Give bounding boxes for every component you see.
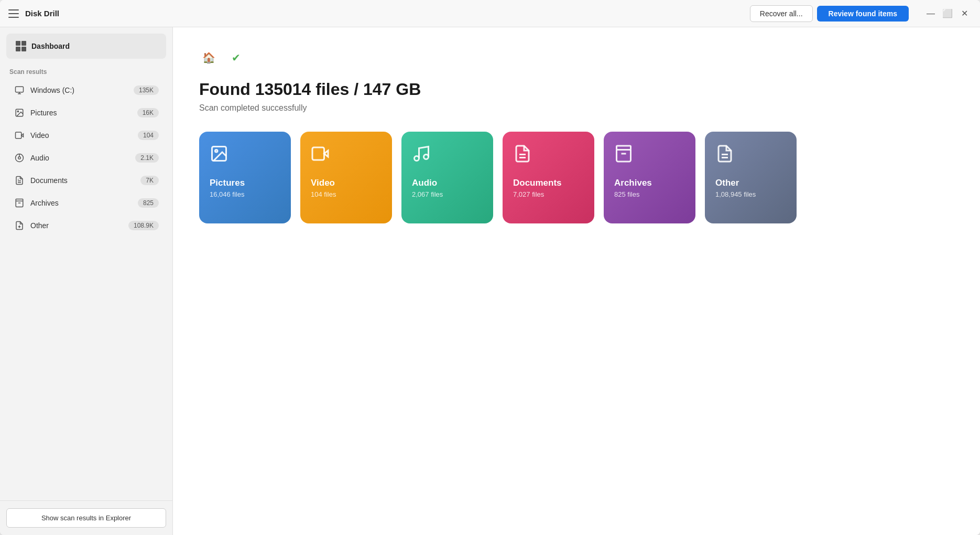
category-card-other[interactable]: Other 1,08,945 files xyxy=(705,132,797,223)
svg-point-19 xyxy=(415,156,419,161)
sidebar-item-video[interactable]: Video 104 xyxy=(4,124,168,146)
home-button[interactable]: 🏠 xyxy=(199,48,218,67)
archives-icon xyxy=(14,197,25,209)
maximize-button[interactable]: ⬜ xyxy=(940,6,955,21)
category-card-name-audio: Audio xyxy=(412,178,483,188)
category-card-count-other: 1,08,945 files xyxy=(715,190,786,198)
category-card-count-video: 104 files xyxy=(311,190,382,198)
recover-all-button[interactable]: Recover all... xyxy=(750,5,813,22)
category-card-count-archives: 825 files xyxy=(614,190,685,198)
minimize-button[interactable]: — xyxy=(923,6,938,21)
svg-rect-3 xyxy=(16,132,21,138)
category-card-documents[interactable]: Documents 7,027 files xyxy=(503,132,594,223)
documents-card-icon xyxy=(513,144,584,167)
sidebar-item-badge-pictures: 16K xyxy=(137,108,159,117)
sidebar-items-container: Windows (C:) 135K Pictures 16K Video 104… xyxy=(0,79,172,237)
sidebar-item-badge-audio: 2.1K xyxy=(135,153,159,163)
sidebar-section-title: Scan results xyxy=(0,61,172,79)
category-card-count-pictures: 16,046 files xyxy=(210,190,280,198)
sidebar-item-archives[interactable]: Archives 825 xyxy=(4,192,168,214)
show-explorer-button[interactable]: Show scan results in Explorer xyxy=(6,508,166,528)
app-window: Disk Drill Recover all... Review found i… xyxy=(0,0,980,535)
svg-point-2 xyxy=(17,111,18,112)
title-bar: Disk Drill Recover all... Review found i… xyxy=(0,0,980,27)
category-card-count-documents: 7,027 files xyxy=(513,190,584,198)
check-button[interactable]: ✔ xyxy=(226,48,245,67)
sidebar-dashboard[interactable]: Dashboard xyxy=(6,34,166,59)
svg-rect-17 xyxy=(312,147,324,160)
category-card-pictures[interactable]: Pictures 16,046 files xyxy=(199,132,291,223)
toolbar-row: 🏠 ✔ xyxy=(199,48,954,67)
sidebar-item-badge-documents: 7K xyxy=(140,176,159,185)
category-card-name-pictures: Pictures xyxy=(210,178,280,188)
sidebar-footer: Show scan results in Explorer xyxy=(0,500,172,535)
sidebar-item-documents[interactable]: Documents 7K xyxy=(4,169,168,191)
app-title: Disk Drill xyxy=(25,9,59,18)
svg-point-16 xyxy=(215,150,218,153)
sidebar: Dashboard Scan results Windows (C:) 135K… xyxy=(0,27,173,535)
svg-rect-23 xyxy=(617,146,631,150)
main-content: 🏠 ✔ Found 135014 files / 147 GB Scan com… xyxy=(173,27,980,535)
sidebar-item-badge-windows-c: 135K xyxy=(134,85,159,95)
sidebar-item-label-other: Other xyxy=(30,221,123,230)
windows-c-icon xyxy=(14,84,25,96)
category-card-count-audio: 2,067 files xyxy=(412,190,483,198)
sidebar-dashboard-label: Dashboard xyxy=(31,42,70,50)
audio-card-icon xyxy=(412,144,483,167)
video-card-icon xyxy=(311,144,382,167)
sidebar-item-label-pictures: Pictures xyxy=(30,109,132,117)
category-card-name-documents: Documents xyxy=(513,178,584,188)
category-cards: Pictures 16,046 files Video 104 files Au… xyxy=(199,132,954,223)
sidebar-item-badge-video: 104 xyxy=(138,131,159,140)
sidebar-item-windows-c[interactable]: Windows (C:) 135K xyxy=(4,79,168,101)
sidebar-item-label-archives: Archives xyxy=(30,199,133,207)
home-icon: 🏠 xyxy=(202,51,215,64)
dashboard-icon xyxy=(16,41,26,51)
svg-point-20 xyxy=(424,155,429,159)
category-card-name-archives: Archives xyxy=(614,178,685,188)
review-found-button[interactable]: Review found items xyxy=(817,6,909,22)
documents-icon xyxy=(14,175,25,186)
page-subtitle: Scan completed successfully xyxy=(199,103,954,113)
sidebar-item-badge-other: 108.9K xyxy=(128,221,159,230)
sidebar-item-pictures[interactable]: Pictures 16K xyxy=(4,102,168,124)
sidebar-item-label-video: Video xyxy=(30,131,133,140)
title-bar-actions: Recover all... Review found items xyxy=(750,5,909,22)
category-card-audio[interactable]: Audio 2,067 files xyxy=(401,132,493,223)
other-card-icon xyxy=(715,144,786,167)
sidebar-item-other[interactable]: Other 108.9K xyxy=(4,215,168,237)
pictures-icon xyxy=(14,107,25,119)
category-card-name-other: Other xyxy=(715,178,786,188)
category-card-video[interactable]: Video 104 files xyxy=(300,132,392,223)
sidebar-item-badge-archives: 825 xyxy=(138,198,159,208)
sidebar-item-audio[interactable]: Audio 2.1K xyxy=(4,147,168,169)
svg-rect-0 xyxy=(16,87,24,92)
svg-point-6 xyxy=(18,157,21,159)
archives-card-icon xyxy=(614,144,685,167)
video-icon xyxy=(14,130,25,141)
close-button[interactable]: ✕ xyxy=(957,6,972,21)
sidebar-item-label-audio: Audio xyxy=(30,154,130,162)
other-icon xyxy=(14,220,25,231)
sidebar-item-label-documents: Documents xyxy=(30,176,135,185)
svg-rect-11 xyxy=(16,199,23,201)
sidebar-item-label-windows-c: Windows (C:) xyxy=(30,86,128,94)
category-card-archives[interactable]: Archives 825 files xyxy=(604,132,695,223)
menu-icon[interactable] xyxy=(8,9,19,18)
pictures-card-icon xyxy=(210,144,280,167)
audio-icon xyxy=(14,152,25,164)
check-icon: ✔ xyxy=(232,51,241,64)
window-controls: — ⬜ ✕ xyxy=(923,6,972,21)
category-card-name-video: Video xyxy=(311,178,382,188)
app-body: Dashboard Scan results Windows (C:) 135K… xyxy=(0,27,980,535)
page-title: Found 135014 files / 147 GB xyxy=(199,80,954,99)
